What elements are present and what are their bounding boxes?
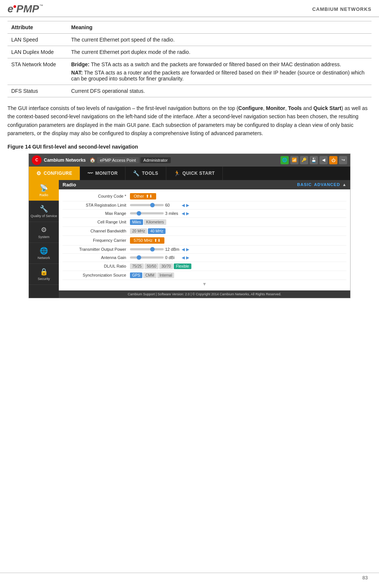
sidebar-system-label: System [38,235,49,239]
miles-btn[interactable]: Miles [130,219,143,225]
key-icon[interactable]: 🔑 [300,156,308,164]
dlul-flexible-btn[interactable]: Flexible [174,263,191,269]
40mhz-btn[interactable]: 40 MHz [148,228,165,234]
tx-power-decrement[interactable]: ◀ [182,247,185,252]
gui-footer: Cambium Support | Software Version: 2.0 … [59,290,350,298]
country-code-control: Other ⬆⬇ [130,193,346,199]
sta-reg-thumb [150,203,155,207]
antenna-gain-label: Antenna Gain [63,255,130,260]
signal-icon[interactable]: 📶 [290,156,298,164]
antenna-gain-slider[interactable] [130,256,164,259]
antenna-gain-decrement[interactable]: ◀ [182,255,185,260]
dlul-3070-btn[interactable]: 30/70 [159,263,173,269]
form-row-country-code: Country Code * Other ⬆⬇ [63,192,346,201]
globe-icon[interactable]: 🌐 [281,156,289,164]
antenna-gain-thumb [137,255,141,260]
security-icon: 🔒 [40,268,48,276]
freq-carrier-select[interactable]: 5750 MHz ⬆⬇ [130,237,164,244]
form-row-cell-range: Cell Range Unit Miles Kilometers [63,218,346,227]
gui-topbar: C Cambium Networks 🏠 ePMP Access Point A… [29,154,350,167]
sta-reg-label: STA Registration Limit [63,203,130,207]
internal-btn[interactable]: Internal [157,272,174,278]
max-range-slider[interactable] [130,212,164,214]
nav-monitor-label: MONITOR [95,171,118,176]
collapse-icon[interactable]: ▲ [342,182,346,187]
advanced-button[interactable]: ADVANCED [314,182,340,187]
sidebar-item-network[interactable]: 🌐 Network [29,243,59,264]
gui-main-panel: Radio BASIC ADVANCED ▲ Country Code * Ot… [59,180,350,298]
channel-bw-toggle: 20 MHz 40 MHz [130,228,166,234]
form-row-sta-reg: STA Registration Limit 60 ◀ ▶ [63,201,346,210]
kilometers-btn[interactable]: Kilometers [144,219,166,225]
freq-carrier-control: 5750 MHz ⬆⬇ [130,237,346,244]
meaning-lan-duplex: The current Ethernet port duplex mode of… [67,46,372,58]
gui-brand-label: Cambium Networks [44,158,86,163]
antenna-gain-value: 0 dBi [165,255,180,260]
20mhz-btn[interactable]: 20 MHz [130,228,147,234]
sidebar-item-qos[interactable]: 🔧 Quality of Service [29,201,59,222]
sync-source-control: GPS CMM Internal [130,272,346,278]
sync-source-label: Synchronization Source [63,273,130,277]
bottom-rule [0,573,379,573]
nav-tools[interactable]: 🔧 TOOLS [125,167,166,180]
sta-reg-value: 60 [165,203,180,207]
logo: e PMP ™ [7,4,43,14]
dlul-toggle: 75/25 50/50 30/70 Flexible [130,263,191,269]
freq-carrier-label: Frequency Carrier [63,238,130,243]
attr-lan-speed: LAN Speed [7,34,67,46]
dlul-label: DL/UL Ratio [63,264,130,268]
meaning-sta-network: Bridge: The STA acts as a switch and the… [67,58,372,85]
sta-reg-decrement[interactable]: ◀ [182,203,185,208]
basic-button[interactable]: BASIC [297,182,312,187]
dlul-5050-btn[interactable]: 50/50 [145,263,158,269]
max-range-increment[interactable]: ▶ [186,211,189,216]
table-row: LAN Speed The current Ethernet port spee… [7,34,372,46]
table-row: DFS Status Current DFS operational statu… [7,85,372,97]
antenna-gain-control: 0 dBi ◀ ▶ [130,255,346,260]
sidebar-radio-label: Radio [39,193,48,197]
sidebar-item-security[interactable]: 🔒 Security [29,264,59,285]
sync-source-toggle: GPS CMM Internal [130,272,174,278]
gui-navbar: ⚙ CONFIGURE 〰 MONITOR 🔧 TOOLS 🏃 QUICK ST… [29,167,350,180]
save-icon[interactable]: 💾 [310,156,318,164]
form-row-channel-bw: Channel Bandwidth 20 MHz 40 MHz [63,227,346,236]
monitor-icon: 〰 [88,170,93,176]
back-icon[interactable]: ◀ [319,156,328,164]
sidebar-item-radio[interactable]: 📡 Radio [29,180,59,201]
gps-btn[interactable]: GPS [130,272,142,278]
max-range-value: 3 miles [165,211,180,216]
nav-monitor[interactable]: 〰 MONITOR [80,167,125,180]
nav-tools-label: TOOLS [142,171,158,176]
dlul-7525-btn[interactable]: 75/25 [130,263,144,269]
tx-power-control: 12 dBm ◀ ▶ [130,247,346,252]
gui-sidebar: 📡 Radio 🔧 Quality of Service ⚙ System 🌐 … [29,180,59,298]
form-row-sync-source: Synchronization Source GPS CMM Internal [63,271,346,280]
cmm-btn[interactable]: CMM [143,272,157,278]
nav-configure-label: CONFIGURE [44,171,73,176]
tx-power-value: 12 dBm [165,247,180,252]
power-icon[interactable]: ⏻ [329,156,337,164]
nav-quickstart-label: QUICK START [182,171,215,176]
tx-power-increment[interactable]: ▶ [186,247,189,252]
tx-power-slider[interactable] [130,248,164,250]
attribute-table: Attribute Meaning LAN Speed The current … [7,21,372,97]
description-paragraph: The GUI interface consists of two levels… [7,104,372,138]
country-code-select[interactable]: Other ⬆⬇ [130,193,156,199]
nav-configure[interactable]: ⚙ CONFIGURE [29,167,80,180]
sta-reg-increment[interactable]: ▶ [186,203,189,208]
network-icon: 🌐 [40,247,48,255]
sidebar-item-system[interactable]: ⚙ System [29,222,59,243]
max-range-decrement[interactable]: ◀ [182,211,185,216]
sta-reg-slider[interactable] [130,204,164,206]
scroll-indicator: ▼ [63,280,346,288]
nav-quickstart[interactable]: 🏃 QUICK START [166,167,223,180]
logout-icon[interactable]: ↪ [339,156,347,164]
antenna-gain-increment[interactable]: ▶ [186,255,189,260]
cell-range-label: Cell Range Unit [63,220,130,224]
tx-power-label: Transmitter Output Power [63,247,130,252]
tx-power-thumb [150,247,155,252]
sta-reg-control: 60 ◀ ▶ [130,203,346,208]
gui-panel-header: Radio BASIC ADVANCED ▲ [59,180,350,189]
cell-range-toggle: Miles Kilometers [130,219,166,225]
gui-role: Administrator [140,157,171,163]
